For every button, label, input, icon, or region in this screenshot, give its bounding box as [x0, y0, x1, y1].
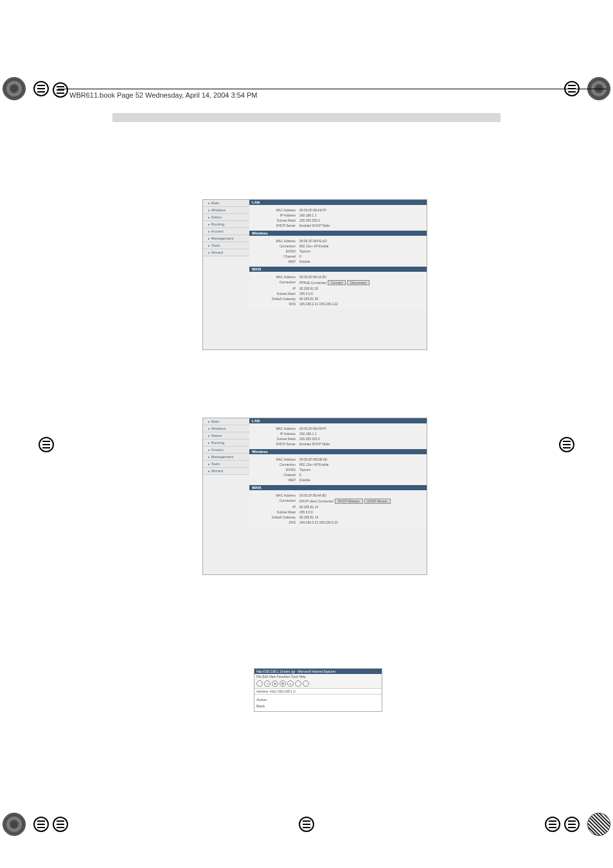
- toolbar-button[interactable]: →: [264, 680, 271, 687]
- crosshair-mark-br: [564, 817, 580, 832]
- sidebar-item-status[interactable]: Status: [203, 432, 249, 439]
- row-label: DNS: [254, 302, 299, 306]
- sidebar-item-status[interactable]: Status: [203, 214, 249, 221]
- lan-section-header: LAN: [249, 418, 427, 423]
- toolbar-button[interactable]: [303, 680, 309, 687]
- status-row: MAC Address00:03:2F:08:DB:AD: [254, 457, 422, 462]
- sidebar-item-routing[interactable]: Routing: [203, 439, 249, 447]
- row-value: Topcom: [299, 468, 422, 472]
- crosshair-mark-ml: [39, 437, 54, 452]
- row-value: 255.255.255.0: [299, 218, 422, 222]
- status-row: MAC Address00:05:2F:08:FE:AD: [254, 238, 422, 244]
- header-bar: [112, 113, 501, 122]
- row-value: Disable: [299, 260, 422, 263]
- lan-section-header: LAN: [249, 200, 427, 205]
- sidebar-item-tools[interactable]: Tools: [203, 461, 249, 468]
- status-row: DNS194.236.0.21 195.236.0.22: [254, 520, 422, 525]
- browser-titlebar: http://192.168.1.1/index.cgi - Microsoft…: [254, 669, 382, 674]
- toolbar-button[interactable]: [256, 680, 263, 687]
- wireless-section-header: Wireless: [249, 231, 427, 236]
- header-rule: [58, 89, 607, 89]
- row-label: IP Address: [254, 213, 299, 217]
- browser-body-text: Back: [256, 703, 380, 709]
- row-value: 65.205.81.30: [299, 287, 422, 290]
- row-label: Channel: [254, 254, 299, 258]
- status-row: Connection802.11b+ AP Enable: [254, 462, 422, 467]
- connect-button[interactable]: Connect: [328, 280, 346, 285]
- status-row: DHCP ServerEnabled DHCP Table: [254, 441, 422, 447]
- status-row: ConnectionPPPoE ConnectedConnectDisconne…: [254, 279, 422, 286]
- sidebar-item-main[interactable]: Main: [203, 418, 249, 425]
- status-row: DHCP ServerEnabled DHCP Table: [254, 223, 422, 228]
- toolbar-button[interactable]: [295, 680, 301, 687]
- dhcp-release-button[interactable]: DHCP Release: [335, 499, 363, 504]
- dhcp-renew-button[interactable]: DHCP Renew: [364, 499, 391, 504]
- row-label: Default Gateway: [254, 297, 299, 301]
- browser-window: http://192.168.1.1/index.cgi - Microsoft…: [254, 668, 382, 712]
- toolbar-button[interactable]: ⌂: [287, 680, 294, 687]
- row-value: Enabled DHCP Table: [299, 442, 422, 446]
- crosshair-mark-bl2: [53, 817, 68, 832]
- sidebar-nav: MainWirelessStatusRoutingAccessManagemen…: [203, 418, 249, 475]
- row-value: 00:03:2F:08:1A:0D: [299, 275, 422, 279]
- sidebar-item-routing[interactable]: Routing: [203, 221, 249, 228]
- row-label: IP Address: [254, 432, 299, 436]
- sidebar-item-main[interactable]: Main: [203, 200, 249, 207]
- row-value: 802.11b+ AP Enable: [299, 463, 422, 466]
- row-label: WEP: [254, 478, 299, 482]
- sidebar-item-access[interactable]: Access: [203, 447, 249, 454]
- disconnect-button[interactable]: Disconnect: [347, 280, 369, 285]
- registration-mark-tl: [3, 77, 26, 100]
- row-value: 65.205.81.14: [299, 505, 422, 509]
- status-row: ConnectionDHCP client ConnectedDHCP Rele…: [254, 498, 422, 504]
- wan-section-header: WAN: [249, 267, 427, 272]
- row-value: 65.205.81.30: [299, 297, 422, 301]
- status-row: Default Gateway65.205.81.30: [254, 296, 422, 301]
- row-label: Subnet Mask: [254, 437, 299, 441]
- row-value: 255.255.255.0: [299, 437, 422, 441]
- row-value: 195.238.2.21 195.238.2.22: [299, 302, 422, 306]
- sidebar-item-wireless[interactable]: Wireless: [203, 425, 249, 432]
- row-label: DHCP Server: [254, 442, 299, 446]
- row-label: WEP: [254, 260, 299, 263]
- registration-mark-bl: [3, 813, 26, 836]
- status-row: MAC Address00:03:2F:08:1A:0D: [254, 274, 422, 279]
- row-label: Default Gateway: [254, 515, 299, 519]
- row-label: Connection: [254, 280, 299, 285]
- toolbar-button[interactable]: ✕: [272, 680, 278, 687]
- row-value: 194.236.0.21 195.236.0.22: [299, 520, 422, 524]
- sidebar-item-access[interactable]: Access: [203, 228, 249, 235]
- row-label: DNS: [254, 520, 299, 524]
- row-value: Enabled DHCP Table: [299, 224, 422, 227]
- row-label: MAC Address: [254, 208, 299, 212]
- sidebar-item-management[interactable]: Management: [203, 235, 249, 242]
- toolbar-button[interactable]: ⟳: [280, 680, 286, 687]
- row-label: IP: [254, 287, 299, 290]
- row-label: MAC Address: [254, 493, 299, 497]
- status-row: Channel6: [254, 472, 422, 477]
- row-value: 802.11b+ AP Enable: [299, 244, 422, 248]
- row-value: 65.205.81.14: [299, 515, 422, 519]
- sidebar-item-management[interactable]: Management: [203, 454, 249, 461]
- row-label: MAC Address: [254, 239, 299, 243]
- row-value: PPPoE ConnectedConnectDisconnect: [299, 280, 422, 285]
- row-value: 255.0.0.0: [299, 292, 422, 296]
- row-label: Connection: [254, 463, 299, 466]
- sidebar-item-wizard[interactable]: Wizard: [203, 468, 249, 475]
- sidebar-item-wireless[interactable]: Wireless: [203, 207, 249, 214]
- crosshair-mark-tl2: [53, 82, 68, 98]
- status-row: Default Gateway65.205.81.14: [254, 515, 422, 520]
- row-value: 6: [299, 254, 422, 258]
- status-row: MAC Address00:03:2F:08:A9:FF: [254, 426, 422, 431]
- sidebar-item-wizard[interactable]: Wizard: [203, 249, 249, 256]
- row-label: Subnet Mask: [254, 510, 299, 514]
- row-value: 00:05:2F:08:FE:AD: [299, 239, 422, 243]
- row-value: 00:03:2F:85:4A:8D: [299, 493, 422, 497]
- sidebar-item-tools[interactable]: Tools: [203, 242, 249, 249]
- status-row: IP Address192.168.1.1: [254, 431, 422, 436]
- crosshair-mark-mr: [559, 437, 574, 452]
- status-row: ESSIDTopcom: [254, 249, 422, 254]
- status-row: Subnet Mask255.0.0.0: [254, 291, 422, 296]
- wan-section-header: WAN: [249, 485, 427, 490]
- row-label: Subnet Mask: [254, 292, 299, 296]
